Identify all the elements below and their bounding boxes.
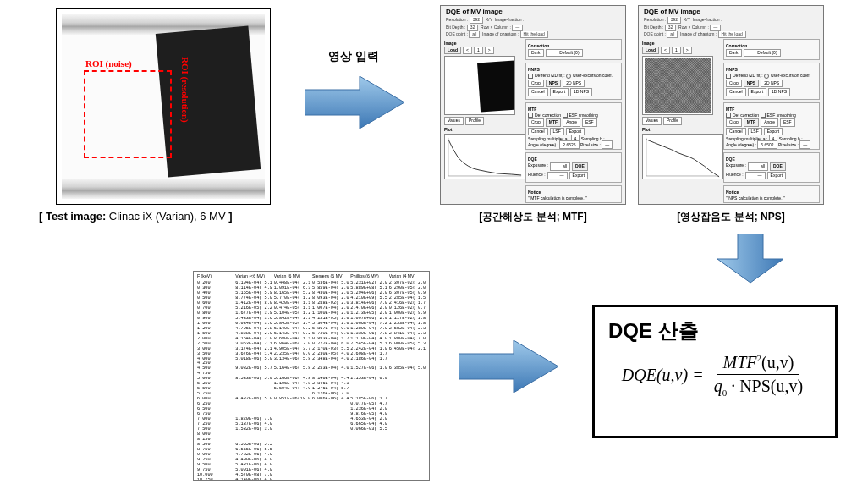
- profile-button[interactable]: Profile: [465, 117, 484, 125]
- next-button-2[interactable]: >: [683, 47, 692, 55]
- fluence-field-2[interactable]: —: [745, 172, 766, 180]
- dqe-block-2: DQE Exposure :allDQE Fluence :—Export: [723, 152, 820, 183]
- next-button[interactable]: >: [485, 47, 494, 55]
- pixelsize-field[interactable]: —: [602, 140, 613, 149]
- resolution-field-2[interactable]: 392: [667, 17, 681, 24]
- esfsmooth-check[interactable]: [563, 113, 568, 118]
- resolution-field[interactable]: 392: [470, 17, 483, 24]
- section-mtf: MTF: [528, 107, 619, 112]
- dark-field-2[interactable]: Default (0): [744, 49, 781, 58]
- nps-button-2[interactable]: NPS: [744, 80, 759, 88]
- angle-field[interactable]: 2.6525: [559, 140, 579, 149]
- esfsmooth-label: ESF smoothing: [569, 113, 598, 118]
- nps-plot: [642, 134, 723, 179]
- esfsmooth-check-2[interactable]: [761, 113, 766, 118]
- section-nnps: NNPS: [528, 67, 619, 72]
- esf-button[interactable]: ESF: [582, 118, 597, 127]
- userexc-radio[interactable]: [566, 74, 571, 79]
- nps1d-button-2[interactable]: 1D NPS: [768, 88, 790, 96]
- rowcol-field[interactable]: —: [512, 25, 523, 31]
- nps2d-button[interactable]: 2D NPS: [563, 80, 585, 88]
- caption-bracket-open: [ Test image:: [39, 210, 109, 223]
- gui-title-2: DQE of MV image: [639, 6, 823, 17]
- svg-marker-5: [717, 234, 783, 283]
- dark-button[interactable]: Dark: [528, 49, 544, 58]
- values-button-2[interactable]: Values: [642, 117, 662, 125]
- detrend-check[interactable]: [528, 74, 533, 79]
- dqe-button-2[interactable]: DQE: [770, 162, 786, 171]
- dqe-point-field[interactable]: all: [469, 31, 480, 38]
- gui2-topline-1: Resolution : 392 X/Y Image-fraction :: [639, 17, 823, 25]
- nnps-crop-button-2[interactable]: Crop: [726, 80, 742, 88]
- mtf-cancel-button-2[interactable]: Cancel: [726, 128, 746, 136]
- detrend-check-2[interactable]: [726, 74, 731, 79]
- nnps-crop-button[interactable]: Crop: [528, 80, 544, 88]
- notice-text: " MTF calculation is complete. ": [528, 195, 619, 201]
- lsf-button-2[interactable]: LSF: [748, 128, 762, 136]
- formula-den-q: q: [714, 377, 722, 395]
- dqe-block: DQE Exposure :allDQE Fluence :—Export: [525, 152, 622, 183]
- nnps-block: NNPS Detrend (2D fit): User-excursion co…: [525, 63, 622, 100]
- userexc-radio-2[interactable]: [764, 74, 769, 79]
- notice-text-2: " NPS calculation is complete. ": [726, 195, 817, 201]
- nps1d-button[interactable]: 1D NPS: [570, 88, 592, 96]
- arrow-top: [305, 71, 406, 134]
- test-image: ROI (noise) ROI (resolution): [62, 14, 265, 199]
- detcorr-check[interactable]: [528, 113, 533, 118]
- bitdepth-field-2[interactable]: 32: [665, 25, 677, 31]
- detrend-label: Detrend (2D fit):: [535, 73, 565, 78]
- nnps-cancel-button-2[interactable]: Cancel: [726, 88, 746, 96]
- detrend-label-2: Detrend (2D fit):: [733, 73, 763, 78]
- notice-title-2: Notice: [726, 190, 817, 195]
- mtf-block: MTF Det correction ESF smoothing CropMTF…: [525, 102, 622, 151]
- bitdepth-field[interactable]: 32: [467, 25, 479, 31]
- fluence-field[interactable]: —: [547, 172, 568, 180]
- dqe-export-button-2[interactable]: Export: [767, 172, 786, 180]
- nnps-export-button-2[interactable]: Export: [748, 88, 766, 96]
- rowcol-field-2[interactable]: —: [710, 25, 721, 31]
- test-image-frame: ROI (noise) ROI (resolution): [56, 8, 271, 205]
- caption-bracket-close: ]: [226, 210, 233, 223]
- dqe-point-field-2[interactable]: all: [667, 31, 678, 38]
- angle-button-2[interactable]: Angle: [761, 118, 778, 127]
- mtf-crop-button[interactable]: Crop: [528, 118, 544, 127]
- values-button[interactable]: Values: [444, 117, 464, 125]
- phantom-field-2[interactable]: Hit the load: [718, 31, 746, 38]
- mtf-button-2[interactable]: MTF: [744, 118, 759, 127]
- dark-field[interactable]: Default (0): [546, 49, 583, 58]
- angle-field-2[interactable]: 5.6502: [757, 140, 777, 149]
- fluence-label-2: Fluence :: [726, 172, 744, 180]
- dqe-export-button[interactable]: Export: [569, 172, 588, 180]
- dqe-button[interactable]: DQE: [572, 162, 588, 171]
- mtf-button[interactable]: MTF: [546, 118, 561, 127]
- esf-button-2[interactable]: ESF: [780, 118, 795, 127]
- pixelsize-label: Pixel size :: [580, 142, 601, 147]
- index-field-2[interactable]: 1: [672, 47, 681, 55]
- nnps-export-button[interactable]: Export: [550, 88, 569, 96]
- detcorr-check-2[interactable]: [726, 113, 731, 118]
- load-button[interactable]: Load: [444, 47, 461, 55]
- phantom-field[interactable]: Hit the load: [520, 31, 548, 38]
- exposure-field-2[interactable]: all: [748, 162, 768, 171]
- profile-button-2[interactable]: Profile: [663, 117, 682, 125]
- pixelsize-field-2[interactable]: —: [799, 140, 810, 149]
- dark-button-2[interactable]: Dark: [726, 49, 742, 58]
- lsf-button[interactable]: LSF: [550, 128, 564, 136]
- exposure-field[interactable]: all: [550, 162, 570, 171]
- angle-button[interactable]: Angle: [563, 118, 580, 127]
- section-plot-2: Plot: [642, 127, 720, 132]
- dqe-gui-mtf-panel: DQE of MV image Resolution : 392 X/Y Ima…: [440, 5, 626, 205]
- prev-button-2[interactable]: <: [661, 47, 670, 55]
- spectral-table: F (keV)Varian (<6 MV)Varian (6 MV)Siemen…: [193, 271, 430, 481]
- nps-button[interactable]: NPS: [546, 80, 561, 88]
- mtf-cancel-button[interactable]: Cancel: [528, 128, 548, 136]
- prev-button[interactable]: <: [463, 47, 472, 55]
- nps2d-button-2[interactable]: 2D NPS: [761, 80, 783, 88]
- exposure-label-2: Exposure :: [726, 162, 746, 171]
- correction-block-2: Correction DarkDefault (0): [723, 39, 820, 61]
- index-field[interactable]: 1: [474, 47, 483, 55]
- load-button-2[interactable]: Load: [642, 47, 659, 55]
- nnps-cancel-button[interactable]: Cancel: [528, 88, 548, 96]
- corr-title-2: Correction: [726, 43, 817, 48]
- mtf-crop-button-2[interactable]: Crop: [726, 118, 742, 127]
